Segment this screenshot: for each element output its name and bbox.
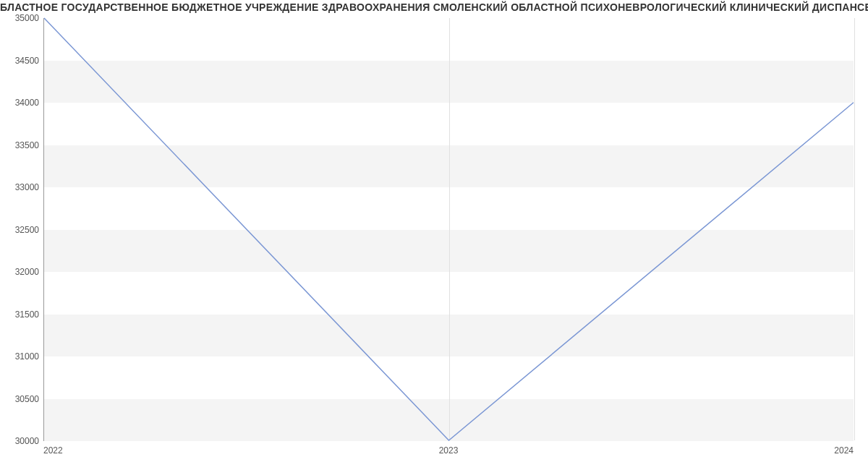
y-tick-label: 35000 — [3, 13, 39, 23]
chart-title: БЛАСТНОЕ ГОСУДАРСТВЕННОЕ БЮДЖЕТНОЕ УЧРЕЖ… — [0, 0, 868, 14]
chart-container: БЛАСТНОЕ ГОСУДАРСТВЕННОЕ БЮДЖЕТНОЕ УЧРЕЖ… — [0, 0, 868, 470]
y-tick-label: 30000 — [3, 436, 39, 446]
y-tick-label: 31000 — [3, 351, 39, 362]
y-tick-label: 34000 — [3, 98, 39, 108]
y-tick-label: 32000 — [3, 267, 39, 277]
line-series — [44, 18, 854, 440]
x-tick-label: 2024 — [834, 445, 854, 456]
y-tick-label: 31500 — [3, 309, 39, 320]
y-tick-label: 33500 — [3, 140, 39, 150]
data-line — [44, 18, 854, 440]
x-tick-label: 2022 — [43, 445, 63, 456]
x-tick-label: 2023 — [439, 445, 459, 456]
v-gridline — [854, 18, 855, 440]
y-tick-label: 34500 — [3, 56, 39, 66]
plot-area — [43, 18, 854, 441]
y-tick-label: 30500 — [3, 394, 39, 404]
y-tick-label: 32500 — [3, 225, 39, 235]
y-tick-label: 33000 — [3, 182, 39, 192]
